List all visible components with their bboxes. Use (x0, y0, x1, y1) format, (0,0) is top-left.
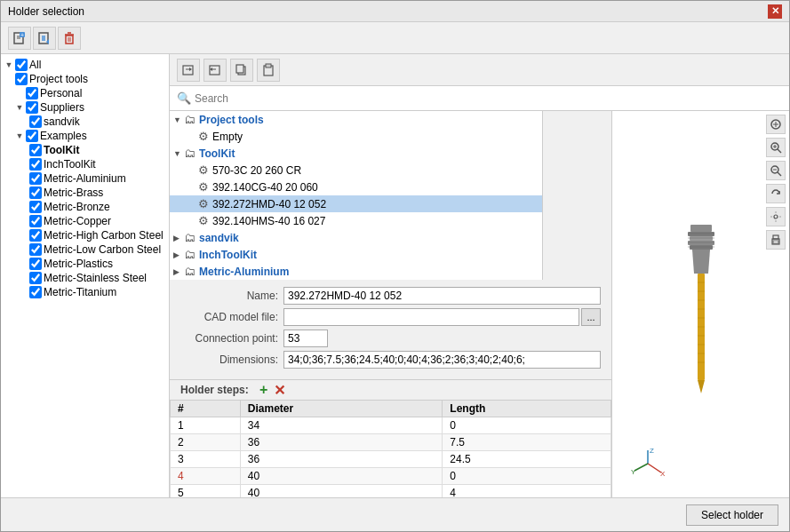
ctree-item-140cg[interactable]: ⚙ 392.140CG-40 20 060 (170, 179, 542, 195)
table-row[interactable]: 5 40 4 (171, 485, 611, 498)
table-row[interactable]: 3 36 24.5 (171, 451, 611, 468)
checkbox-metric-aluminium[interactable] (29, 172, 42, 185)
main-toolbar: + (1, 22, 789, 54)
checkbox-metric-plastics[interactable] (29, 258, 42, 270)
ctree-item-272hmd[interactable]: ⚙ 392.272HMD-40 12 052 (170, 195, 542, 212)
steps-del-button[interactable]: ✕ (272, 382, 288, 398)
holder-preview (666, 220, 737, 398)
tree-label-suppliers: Suppliers (40, 101, 84, 114)
ctree-item-metric-al-hdr[interactable]: ▶ 🗂 Metric-Aluminium (170, 263, 542, 280)
ctree-label-272hmd: 392.272HMD-40 12 052 (212, 198, 326, 210)
tree-toggle-all: ▼ (4, 60, 13, 69)
checkbox-metric-brass[interactable] (29, 187, 42, 199)
ctree-item-sandvik-hdr[interactable]: ▶ 🗂 sandvik (170, 229, 542, 246)
search-input[interactable] (195, 92, 782, 105)
close-button[interactable]: ✕ (768, 4, 782, 19)
checkbox-toolkit[interactable] (29, 144, 42, 156)
steps-add-button[interactable]: + (256, 382, 272, 398)
svg-rect-39 (688, 241, 714, 245)
rt-import1-button[interactable] (177, 59, 200, 82)
zoom-fit-button[interactable] (766, 115, 786, 134)
checkbox-suppliers[interactable] (26, 101, 38, 114)
tree-label-inchtoolkit: InchToolKit (44, 158, 96, 171)
svg-rect-19 (236, 65, 243, 73)
checkbox-sandvik[interactable] (29, 115, 42, 128)
tree-item-metric-copper[interactable]: Metric-Copper (4, 214, 165, 228)
rt-paste-button[interactable] (257, 59, 280, 82)
delete-button[interactable] (58, 27, 81, 50)
detail-area: Name: CAD model file: ... Connection poi… (170, 280, 611, 380)
tree-item-metric-low-carbon[interactable]: Metric-Low Carbon Steel (4, 242, 165, 257)
checkbox-metric-stainless[interactable] (29, 272, 42, 284)
dimensions-input[interactable] (283, 351, 601, 369)
import-button[interactable] (33, 27, 56, 50)
tree-item-metric-high-carbon[interactable]: Metric-High Carbon Steel (4, 228, 165, 242)
tree-item-personal[interactable]: Personal (4, 86, 165, 100)
settings-icon-button[interactable] (766, 207, 786, 226)
tree-item-metric-titanium[interactable]: Metric-Titanium (4, 285, 165, 299)
table-row[interactable]: 1 34 0 (171, 417, 611, 434)
svg-line-26 (778, 149, 781, 153)
tree-item-suppliers[interactable]: ▼ Suppliers (4, 100, 165, 115)
ctree-item-140hms[interactable]: ⚙ 392.140HMS-40 16 027 (170, 212, 542, 229)
checkbox-project-tools[interactable] (15, 73, 28, 85)
checkbox-inchtoolkit[interactable] (29, 158, 42, 171)
checkbox-personal[interactable] (26, 87, 38, 99)
print-button[interactable] (766, 230, 786, 250)
zoom-in-button[interactable] (766, 138, 786, 157)
connection-input[interactable] (283, 330, 328, 347)
rt-import2-button[interactable] (203, 59, 227, 82)
tree-item-all[interactable]: ▼ All (4, 58, 165, 72)
ctree-label-sandvik: sandvik (199, 232, 239, 244)
svg-text:Z: Z (650, 447, 654, 455)
tree-item-toolkit[interactable]: ToolKit (4, 143, 165, 157)
tree-item-metric-plastics[interactable]: Metric-Plastics (4, 257, 165, 271)
zoom-out-button[interactable] (766, 161, 786, 180)
tree-item-examples[interactable]: ▼ Examples (4, 129, 165, 143)
tree-item-metric-aluminium[interactable]: Metric-Aluminium (4, 171, 165, 186)
step-diameter: 34 (240, 417, 442, 434)
tree-item-metric-bronze[interactable]: Metric-Bronze (4, 200, 165, 214)
steps-table-area: # Diameter Length 1 34 0 2 36 7.5 3 (170, 400, 611, 497)
ctree-item-project-tools[interactable]: ▼ 🗂 Project tools (170, 111, 542, 128)
table-row[interactable]: 2 36 7.5 (171, 434, 611, 451)
cad-input[interactable] (283, 308, 579, 326)
ctree-label-empty: Empty (212, 131, 243, 143)
rt-copy-button[interactable] (230, 59, 253, 82)
tree-item-sandvik[interactable]: sandvik (4, 115, 165, 129)
ctree-item-inchtk-hdr[interactable]: ▶ 🗂 InchToolKit (170, 246, 542, 263)
ctree-item-570[interactable]: ⚙ 570-3C 20 260 CR (170, 162, 542, 179)
table-row[interactable]: 4 40 0 (171, 468, 611, 485)
rotate-button[interactable] (766, 184, 786, 203)
detail-steps-area: Name: CAD model file: ... Connection poi… (170, 280, 611, 497)
select-holder-button[interactable]: Select holder (686, 504, 778, 526)
tree-item-metric-brass[interactable]: Metric-Brass (4, 186, 165, 200)
checkbox-metric-low-carbon[interactable] (29, 243, 42, 256)
svg-rect-9 (66, 36, 73, 44)
checkbox-metric-high-carbon[interactable] (29, 229, 42, 242)
ctree-toggle-metric-al: ▶ (173, 267, 184, 276)
ctree-item-toolkit-hdr[interactable]: ▼ 🗂 ToolKit (170, 145, 542, 162)
tree-toggle-examples: ▼ (15, 131, 24, 140)
ctree-item-empty[interactable]: ⚙ Empty (170, 128, 542, 145)
name-input[interactable] (283, 287, 601, 305)
new-button[interactable]: + (8, 27, 31, 50)
step-diameter: 40 (240, 468, 442, 485)
left-panel: ▼ All Project tools Personal ▼ Suppliers (1, 54, 170, 497)
tree-item-project-tools[interactable]: Project tools (4, 72, 165, 86)
checkbox-all[interactable] (15, 59, 28, 71)
tree-label-metric-brass: Metric-Brass (44, 187, 103, 199)
tree-item-metric-stainless[interactable]: Metric-Stainless Steel (4, 271, 165, 285)
browse-button[interactable]: ... (581, 308, 601, 326)
checkbox-metric-copper[interactable] (29, 215, 42, 227)
checkbox-metric-bronze[interactable] (29, 201, 42, 213)
tree-item-inchtoolkit[interactable]: InchToolKit (4, 157, 165, 171)
checkbox-examples[interactable] (26, 130, 38, 142)
tree-label-metric-bronze: Metric-Bronze (44, 201, 110, 213)
checkbox-metric-titanium[interactable] (29, 286, 42, 298)
right-toolbar (170, 54, 789, 86)
holder-icon-140hms: ⚙ (198, 214, 209, 227)
col-length: Length (443, 401, 611, 417)
main-window: Holder selection ✕ + (0, 0, 790, 532)
step-num: 1 (171, 417, 241, 434)
